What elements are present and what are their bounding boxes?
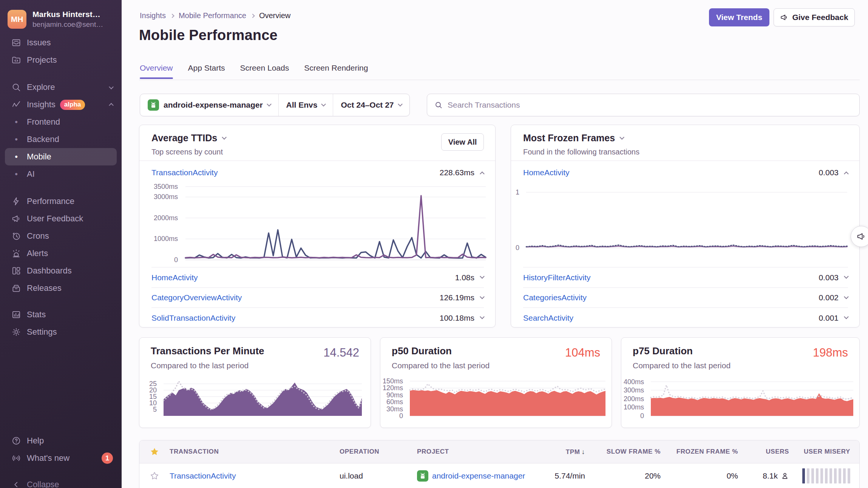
breadcrumb-insights[interactable]: Insights [140,11,166,20]
environment-selector[interactable]: All Envs [278,94,333,116]
sidebar-item-stats[interactable]: Stats [5,306,117,323]
metric-value: 104ms [565,346,600,360]
active-tab-indicator [140,77,173,79]
list-item-expanded[interactable]: HomeActivity 0.003 [523,161,848,185]
breadcrumb-overview: Overview [259,11,290,20]
tab-overview[interactable]: Overview [140,63,173,79]
project-link[interactable]: android-expense-manager [432,471,525,480]
view-all-button[interactable]: View All [441,133,484,151]
sidebar-item-alerts[interactable]: Alerts [5,245,117,262]
chevron-down-icon [398,102,403,107]
date-range-selector[interactable]: Oct 24–Oct 27 [333,94,409,116]
give-feedback-button[interactable]: Give Feedback [774,8,855,26]
transaction-link[interactable]: TransactionActivity [151,168,218,177]
sidebar-item-backend[interactable]: • Backend [5,131,117,148]
column-header-project[interactable]: PROJECT [417,448,547,456]
sidebar-item-dashboards[interactable]: Dashboards [5,262,117,280]
view-trends-button[interactable]: View Trends [709,8,769,26]
breadcrumb-mobile-performance[interactable]: Mobile Performance [179,11,246,20]
user-menu[interactable]: MH Markus Hinterst… benjamin.coe@sent… [0,0,122,34]
sidebar-item-projects[interactable]: Projects [5,51,117,69]
column-header-tpm[interactable]: TPM↓ [547,448,585,456]
list-item[interactable]: SolidTransactionActivity 100.18ms [151,307,484,328]
panel-title-row[interactable]: Most Frozen Frames [523,133,623,144]
panel-title-row[interactable]: p75 Duration [633,345,697,357]
column-header-users[interactable]: USERS [738,448,789,456]
panel-title-row[interactable]: Transactions Per Minute [151,345,269,357]
list-item-expanded[interactable]: TransactionActivity 228.63ms [151,161,484,185]
chevron-down-icon [109,84,114,89]
column-header-label: TPM [566,448,580,456]
transaction-link[interactable]: HomeActivity [523,168,570,177]
panel-title-row[interactable]: p50 Duration [392,345,456,357]
sidebar-item-ai[interactable]: • AI [5,165,117,183]
project-selector[interactable]: android-expense-manager [140,94,278,116]
list-item[interactable]: HomeActivity 1.08s [151,267,484,287]
sidebar-item-help[interactable]: Help [5,432,117,449]
p50-chart [410,380,605,416]
sidebar-item-frontend[interactable]: • Frontend [5,113,117,131]
megaphone-icon [780,13,788,22]
transaction-link[interactable]: HomeActivity [151,273,198,282]
sidebar-item-crons[interactable]: Crons [5,227,117,245]
chevron-down-icon[interactable] [844,314,849,319]
y-axis-tick: 3500ms [154,182,178,191]
tab-screen-rendering[interactable]: Screen Rendering [304,63,368,79]
chevron-down-icon[interactable] [480,274,485,279]
sidebar-item-user-feedback[interactable]: User Feedback [5,210,117,227]
list-item[interactable]: HistoryFilterActivity 0.003 [523,267,848,287]
megaphone-icon [856,232,866,241]
column-header-operation[interactable]: OPERATION [340,448,417,456]
search-input[interactable] [448,100,853,110]
table-header-row: TRANSACTION OPERATION PROJECT TPM↓ SLOW … [139,440,859,463]
chevron-up-icon[interactable] [844,171,849,176]
star-icon [150,447,159,457]
sidebar-item-label: Collapse [27,480,59,488]
column-header-slow-frame[interactable]: SLOW FRAME % [585,448,661,456]
transaction-link[interactable]: TransactionActivity [170,471,236,480]
sidebar-item-label: Dashboards [27,266,72,276]
misery-bar [825,468,828,483]
sidebar-item-label: Mobile [27,152,51,162]
chevron-down-icon[interactable] [480,314,485,319]
sidebar-item-insights[interactable]: Insights alpha [5,96,117,113]
panel-subtitle: Compared to the last period [392,361,490,370]
sidebar-item-releases[interactable]: Releases [5,280,117,297]
sidebar-item-performance[interactable]: Performance [5,193,117,210]
stats-icon [11,309,22,320]
column-header-transaction[interactable]: TRANSACTION [170,448,340,456]
sidebar-item-mobile[interactable]: • Mobile [5,148,117,165]
chevron-down-icon[interactable] [480,294,485,299]
tab-screen-loads[interactable]: Screen Loads [240,63,289,79]
sidebar-item-issues[interactable]: Issues [5,34,117,51]
transaction-link[interactable]: SearchActivity [523,313,573,323]
sidebar-item-explore[interactable]: Explore [5,79,117,96]
list-item[interactable]: CategoriesActivity 0.002 [523,287,848,307]
user-email: benjamin.coe@sent… [32,20,103,29]
chevron-down-icon[interactable] [844,274,849,279]
transaction-link[interactable]: SolidTransactionActivity [151,313,235,323]
android-icon [417,470,428,482]
transaction-link[interactable]: HistoryFilterActivity [523,273,591,282]
star-toggle[interactable] [139,471,170,481]
panel-title-row[interactable]: Average TTIDs [151,133,225,144]
chevron-down-icon[interactable] [844,294,849,299]
list-item[interactable]: SearchActivity 0.001 [523,307,848,328]
sidebar-item-settings[interactable]: Settings [5,323,117,341]
tab-bar: Overview App Starts Screen Loads Screen … [140,63,368,79]
chevron-up-icon[interactable] [480,171,485,176]
column-header-user-misery[interactable]: USER MISERY [789,448,860,456]
transaction-link[interactable]: CategoriesActivity [523,293,587,302]
list-item[interactable]: CategoryOverviewActivity 126.19ms [151,287,484,307]
sidebar-item-whats-new[interactable]: What's new 1 [5,449,117,467]
help-icon [11,435,22,446]
transaction-link[interactable]: CategoryOverviewActivity [151,293,242,302]
starred-column-header[interactable] [139,447,170,457]
sidebar-item-label: Stats [27,310,46,320]
sidebar-collapse-button[interactable]: Collapse [5,476,117,488]
chevron-down-icon [619,135,624,140]
most-frozen-frames-panel: Most Frozen Frames Found in the followin… [511,125,860,327]
tab-app-starts[interactable]: App Starts [188,63,225,79]
column-header-frozen-frame[interactable]: FROZEN FRAME % [661,448,738,456]
panel-subtitle: Compared to the last period [633,361,731,370]
